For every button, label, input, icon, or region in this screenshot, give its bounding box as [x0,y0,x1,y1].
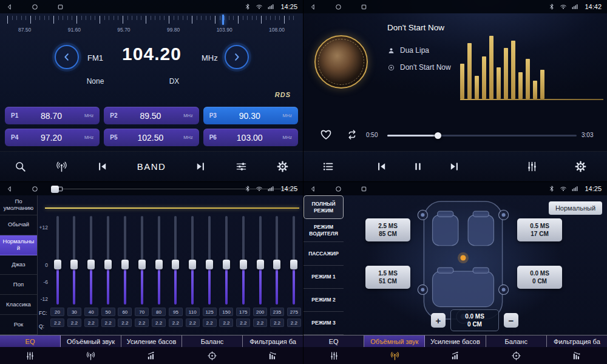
eq-band-slider[interactable] [168,216,183,305]
listening-mode-item[interactable]: РЕЖИМ 3 [304,312,344,335]
listening-mode-item[interactable]: ПАССАЖИР [304,242,344,265]
listening-mode-item[interactable]: ПОЛНЫЙ РЕЖИМ [304,195,344,219]
home-icon[interactable] [31,3,39,11]
tab-filter[interactable]: Фильтрация ба [243,335,303,347]
filter-tab-icon[interactable] [242,347,303,364]
eq-tab-icon[interactable] [0,347,61,364]
next-track-icon[interactable] [448,160,461,173]
tab-balance[interactable]: Баланс [182,335,243,347]
settings-icon[interactable] [574,160,587,173]
radio-preset-button[interactable]: P3 90.30 MHz [203,107,298,124]
radio-preset-button[interactable]: P1 88.70 MHz [5,107,100,124]
slider-knob[interactable] [87,260,95,269]
listening-mode-item[interactable]: РЕЖИМ 1 [304,266,344,289]
surround-tab-icon[interactable] [364,347,425,364]
back-icon[interactable] [309,3,317,11]
slider-knob[interactable] [189,260,196,269]
radio-preset-button[interactable]: P2 89.50 MHz [104,107,198,124]
eq-band-slider[interactable] [287,216,302,305]
eq-band-slider[interactable] [84,216,99,305]
radio-preset-button[interactable]: P6 103.00 MHz [203,129,298,146]
sliders-icon[interactable] [235,160,248,173]
prev-station-icon[interactable] [96,160,109,173]
back-icon[interactable] [5,185,13,193]
master-slider-knob[interactable] [51,186,59,193]
band-button[interactable]: BAND [137,161,166,172]
surround-tab-icon[interactable] [61,347,121,364]
listening-mode-item[interactable]: РЕЖИМ ВОДИТЕЛЯ [304,219,344,242]
listening-mode-item[interactable]: РЕЖИМ 2 [304,289,344,312]
playlist-icon[interactable] [322,160,334,173]
settings-icon[interactable] [276,160,289,173]
tab-surround[interactable]: Объёмный звук [364,335,425,347]
favorite-button[interactable] [319,128,333,141]
slider-knob[interactable] [54,260,61,269]
recents-icon[interactable] [56,3,64,11]
eq-band-slider[interactable] [50,216,65,305]
sliders-icon[interactable] [526,160,538,173]
minus-button[interactable]: − [504,313,518,328]
slider-knob[interactable] [138,260,146,269]
tab-bass-boost[interactable]: Усиление басов [425,335,486,347]
eq-tab-icon[interactable] [304,347,364,364]
rear-right-delay[interactable]: 0.0 MS 0 CM [517,266,562,289]
slider-knob[interactable] [104,260,112,269]
recents-icon[interactable] [360,185,368,193]
radio-preset-button[interactable]: P5 102.50 MHz [104,129,198,146]
eq-band-slider[interactable] [101,216,116,305]
slider-knob[interactable] [172,260,179,269]
eq-band-slider[interactable] [185,216,200,305]
tab-balance[interactable]: Баланс [486,335,547,347]
progress-slider[interactable] [387,135,577,136]
bass-boost-tab-icon[interactable] [121,347,182,364]
eq-preset-item[interactable]: Классика [0,295,37,315]
prev-track-icon[interactable] [375,160,388,173]
back-icon[interactable] [5,3,13,11]
slider-knob[interactable] [121,260,129,269]
tab-bass-boost[interactable]: Усиление басов [121,335,182,347]
repeat-button[interactable] [346,129,358,141]
recents-icon[interactable] [360,3,368,11]
eq-preset-item[interactable]: Рок [0,315,37,335]
eq-band-slider[interactable] [236,216,251,305]
slider-knob[interactable] [206,260,213,269]
slider-knob[interactable] [70,260,78,269]
eq-band-slider[interactable] [219,216,234,305]
rear-left-delay[interactable]: 1.5 MS 51 CM [365,266,410,289]
filter-tab-icon[interactable] [546,347,607,364]
bass-boost-tab-icon[interactable] [425,347,486,364]
tab-filter[interactable]: Фильтрация ба [547,335,607,347]
balance-tab-icon[interactable] [181,347,242,364]
slider-knob[interactable] [223,260,230,269]
eq-preset-item[interactable]: Нормальный [0,235,37,255]
slider-knob[interactable] [240,260,247,269]
front-left-delay[interactable]: 2.5 MS 85 CM [365,218,410,241]
eq-preset-item[interactable]: Джаз [0,255,37,275]
eq-band-slider[interactable] [270,216,285,305]
eq-band-slider[interactable] [134,216,149,305]
slider-knob[interactable] [257,260,264,269]
tab-eq[interactable]: EQ [304,335,364,347]
sound-profile-button[interactable]: Нормальный [549,201,602,215]
seek-down-button[interactable] [55,45,79,69]
eq-preset-item[interactable]: Обычай [0,215,37,235]
eq-band-slider[interactable] [253,216,268,305]
home-icon[interactable] [334,3,342,11]
seek-icon[interactable] [14,160,27,173]
tuner-icon[interactable] [55,160,68,173]
master-slider-track[interactable] [61,189,298,189]
tab-eq[interactable]: EQ [0,335,61,347]
home-icon[interactable] [334,185,342,193]
slider-knob[interactable] [155,260,163,269]
slider-knob[interactable] [290,260,297,269]
balance-tab-icon[interactable] [486,347,546,364]
eq-band-slider[interactable] [67,216,82,305]
plus-button[interactable]: + [431,313,446,328]
progress-knob[interactable] [435,132,441,139]
eq-preset-item[interactable]: По умолчанию [0,195,37,215]
front-right-delay[interactable]: 0.5 MS 17 CM [517,218,562,241]
radio-preset-button[interactable]: P4 97.20 MHz [5,129,100,146]
tab-surround[interactable]: Объёмный звук [61,335,121,347]
home-icon[interactable] [31,185,39,193]
slider-knob[interactable] [273,260,280,269]
